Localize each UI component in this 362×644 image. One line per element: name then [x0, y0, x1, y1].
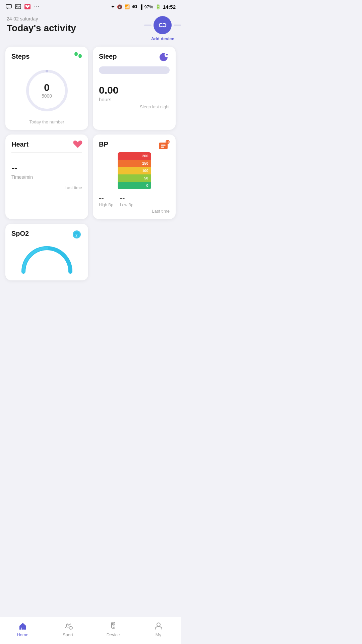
- heart-title: Heart: [11, 141, 82, 148]
- steps-icon: [73, 52, 83, 65]
- bp-card[interactable]: BP 200 150 100 50 0: [93, 135, 176, 219]
- more-icon: ···: [34, 3, 40, 10]
- high-bp-label: High Bp: [99, 203, 113, 207]
- spo2-card[interactable]: SpO2 2: [5, 224, 88, 280]
- svg-point-8: [78, 54, 82, 58]
- network-label: 4G: [132, 4, 137, 9]
- bp-segment-200: 200: [118, 152, 151, 160]
- steps-subtitle: Today the number: [11, 119, 82, 124]
- time-display: 14:52: [163, 4, 176, 10]
- steps-circle-container: 0 5000: [11, 67, 82, 114]
- battery-icon: 🔋: [155, 4, 161, 9]
- bp-segment-50: 50: [118, 174, 151, 182]
- battery-label: 97%: [144, 4, 153, 9]
- image-icon: [15, 3, 21, 10]
- steps-title: Steps: [11, 53, 29, 60]
- status-left: ···: [5, 3, 40, 10]
- heart-divider: [11, 152, 82, 153]
- low-bp-group: -- Low Bp: [120, 194, 133, 207]
- sleep-card[interactable]: Sleep 0.00 hours Sleep last night: [93, 47, 176, 130]
- spo2-arc: [20, 241, 74, 275]
- status-bar: ··· ✦ 🔇 📶 4G ▐ 97% 🔋 14:52: [0, 0, 181, 12]
- svg-point-11: [166, 54, 168, 56]
- bp-segment-0: 0: [118, 182, 151, 189]
- add-device-label: Add device: [151, 36, 174, 41]
- steps-progress-circle: 0 5000: [23, 67, 70, 114]
- steps-center: 0 5000: [42, 83, 52, 99]
- bp-chart: 200 150 100 50 0: [99, 152, 170, 189]
- spo2-arc-container: [11, 241, 82, 275]
- date-display: 24-02 saturday: [7, 16, 76, 21]
- wifi-icon: 📶: [124, 4, 130, 9]
- steps-value: 0: [42, 83, 52, 93]
- svg-rect-0: [6, 4, 11, 8]
- low-bp-value: --: [120, 194, 125, 203]
- bp-segment-150: 150: [118, 160, 151, 167]
- volume-icon: 🔇: [117, 4, 122, 9]
- sleep-subtitle: Sleep last night: [99, 104, 170, 109]
- svg-point-7: [74, 52, 78, 56]
- bp-icon: [158, 140, 170, 153]
- signal-icon: ▐: [139, 4, 142, 9]
- svg-rect-14: [161, 145, 166, 146]
- svg-rect-12: [159, 143, 168, 149]
- svg-rect-6: [161, 24, 164, 26]
- heart-subtitle: Last time: [11, 185, 82, 190]
- link-icon: [158, 20, 167, 30]
- page-title: Today's activity: [7, 23, 76, 34]
- add-device-circle: [154, 16, 172, 34]
- high-bp-value: --: [99, 194, 104, 203]
- add-device-button[interactable]: Add device: [151, 16, 174, 41]
- steps-goal: 5000: [42, 93, 52, 99]
- chat-icon: [5, 3, 12, 10]
- bp-segment-100: 100: [118, 167, 151, 174]
- bp-color-bar: 200 150 100 50 0: [118, 152, 151, 189]
- app-icon: [24, 3, 31, 10]
- sleep-progress-bar: [99, 66, 170, 74]
- bp-values-row: -- High Bp -- Low Bp: [99, 194, 170, 207]
- heart-card[interactable]: Heart -- Times/min Last time: [5, 135, 88, 219]
- page-header: 24-02 saturday Today's activity Add devi…: [0, 12, 181, 44]
- svg-rect-15: [161, 147, 164, 148]
- bluetooth-icon: ✦: [111, 4, 115, 9]
- sleep-title: Sleep: [99, 53, 170, 60]
- header-left: 24-02 saturday Today's activity: [7, 16, 76, 34]
- bp-subtitle: Last time: [99, 209, 170, 214]
- svg-rect-18: [167, 142, 169, 142]
- high-bp-group: -- High Bp: [99, 194, 113, 207]
- sleep-icon: [160, 52, 170, 65]
- svg-text:2: 2: [75, 233, 77, 237]
- status-right: ✦ 🔇 📶 4G ▐ 97% 🔋 14:52: [111, 4, 176, 10]
- heart-rate-value: --: [11, 163, 82, 173]
- sleep-value: 0.00: [99, 85, 170, 96]
- spo2-icon: 2: [71, 229, 83, 241]
- low-bp-label: Low Bp: [120, 203, 133, 207]
- sleep-unit: hours: [99, 97, 170, 102]
- steps-card[interactable]: Steps 0 5000 T: [5, 47, 88, 130]
- cards-grid: Steps 0 5000 T: [0, 44, 181, 286]
- heart-unit: Times/min: [11, 174, 82, 180]
- heart-icon: [73, 140, 83, 151]
